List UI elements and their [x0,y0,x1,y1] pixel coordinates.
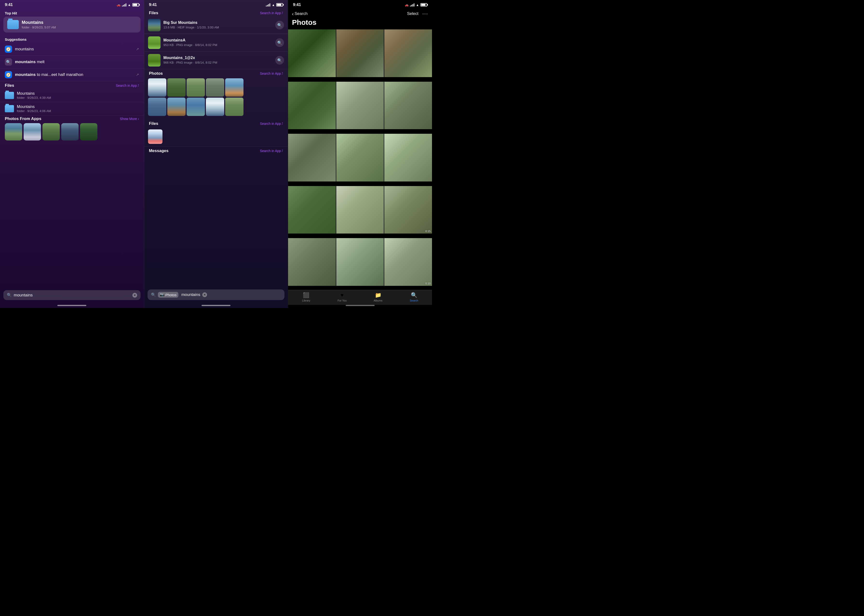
app-photo-4[interactable] [61,123,79,140]
suggestion-item-safari-2[interactable]: 🧭 mountains to mai...eet half marathon ↗ [0,68,144,81]
photo-cell-10[interactable] [288,186,336,234]
search-chip[interactable]: 📷 Photos [158,292,179,298]
tab-foryou-label: For You [337,299,347,302]
messages-section-header: Messages Search in App ⤴ [144,146,288,154]
file-result-files2[interactable] [144,127,288,146]
file-thumb-bigsur [148,19,161,31]
signal-icon-3 [410,3,414,6]
status-time-3: 9:41 [293,2,301,7]
photo-thumb-p2-3[interactable] [187,78,205,97]
photos-apps-row [0,122,144,143]
suggestion-item-search-1[interactable]: 🔍 mountains melt [0,56,144,68]
photo-cell-12[interactable]: 0:15 [384,186,432,234]
app-photo-5[interactable] [80,123,98,140]
back-chevron-icon: ‹ [292,11,294,17]
more-button[interactable]: ··· [422,11,428,17]
tab-library[interactable]: ⬛ Library [288,292,324,302]
library-icon: ⬛ [303,292,309,299]
app-photo-1[interactable] [5,123,22,140]
file-result-bigsur[interactable]: Big Sur Mountains 13.6 MB · HEIF Image ·… [144,16,288,34]
photo-cell-5[interactable] [336,82,384,129]
file-thumb-mountains1 [148,54,161,66]
search-bar-2[interactable]: 🔍 📷 Photos mountains ✕ [148,289,285,300]
photo-thumb-p2-8[interactable] [187,97,205,116]
status-icons-1: 🚗 ▲ [116,3,139,7]
photo-cell-11[interactable] [336,186,384,234]
spotlight-search-panel: 9:41 🚗 ▲ Top Hit Mountains folder · 9/26… [0,0,144,308]
photos-title: Photos [292,18,428,28]
app-photo-2[interactable] [24,123,41,140]
file-info-bigsur: Big Sur Mountains 13.6 MB · HEIF Image ·… [164,20,273,30]
tab-search[interactable]: 🔍 Search [396,292,432,302]
file-item-2[interactable]: Mountains folder · 9/26/23, 4:06 AM [0,102,144,115]
files-section-header: Files Search in App ⤴ [0,81,144,89]
photo-cell-8[interactable] [336,134,384,181]
file-info-2: Mountains folder · 9/26/23, 4:06 AM [17,105,51,113]
show-more-button[interactable]: Show More › [120,117,139,121]
top-hit-name: Mountains [22,20,56,25]
photo-cell-3[interactable] [384,30,432,77]
suggestion-item-safari-1[interactable]: 🧭 mountains ↗ [0,43,144,56]
file-result-mountainsa[interactable]: MountainsA 953 KB · PNG image · 8/8/14, … [144,34,288,52]
wifi-icon-2: ▲ [272,3,275,7]
files-section-header-2: Files Search in App ⤴ [144,9,288,16]
photo-cell-13[interactable] [288,238,336,286]
photo-thumb-p2-5[interactable] [225,78,244,97]
home-indicator-3 [346,305,375,306]
messages-search-in-app[interactable]: Search in App ⤴ [260,149,283,153]
folder-icon-large [7,20,19,29]
photos-label: Photos [149,71,163,76]
photo-thumb-p2-6[interactable] [148,97,166,116]
photo-cell-6[interactable] [384,82,432,129]
photo-cell-2[interactable] [336,30,384,77]
files-search-in-app-2[interactable]: Search in App ⤴ [260,11,283,15]
photo-thumb-p2-10[interactable] [225,97,244,116]
photos-from-apps-header: Photos From Apps Show More › [0,115,144,122]
status-icons-3: 🚗 ▲ [405,3,427,7]
files-label-2: Files [149,11,158,16]
file-result-meta-mountains1: 966 KB · PNG image · 8/8/14, 8:02 PM [164,60,273,65]
search-text-2[interactable]: mountains [181,292,200,297]
search-input-1[interactable]: mountains [14,293,131,298]
suggestion-text-3: mountains to mai...eet half marathon [15,72,133,77]
search-bar-1[interactable]: 🔍 mountains ✕ [3,290,140,300]
search-button-mountains1[interactable]: 🔍 [275,56,284,64]
wifi-icon-1: ▲ [128,3,131,7]
app-photo-3[interactable] [42,123,60,140]
file-item-1[interactable]: Mountains folder · 9/26/23, 4:39 AM [0,89,144,102]
files2-search-in-app[interactable]: Search in App ⤴ [260,122,283,126]
photo-cell-1[interactable] [288,30,336,77]
top-hit-label: Top Hit [0,9,144,17]
arrow-icon-1: ↗ [136,47,139,51]
photo-cell-4[interactable] [288,82,336,129]
video-duration-1: 0:15 [425,230,431,233]
photo-thumb-p2-4[interactable] [206,78,224,97]
file-result-name-bigsur: Big Sur Mountains [164,20,273,25]
clear-button-1[interactable]: ✕ [132,293,137,298]
file-result-mountains1[interactable]: Mountains_1@2x 966 KB · PNG image · 8/8/… [144,52,288,69]
photo-cell-7[interactable] [288,134,336,181]
search-button-mountainsa[interactable]: 🔍 [275,38,284,47]
search-button-bigsur[interactable]: 🔍 [275,21,284,30]
file-info-mountainsa: MountainsA 953 KB · PNG image · 8/8/14, … [164,38,273,47]
status-time-1: 9:41 [5,2,13,7]
photo-thumb-p2-2[interactable] [167,78,186,97]
photo-thumb-p2-1[interactable] [148,78,166,97]
suggestion-text-1: mountains [15,47,133,52]
photo-cell-14[interactable] [336,238,384,286]
photo-cell-9[interactable] [384,134,432,181]
clear-button-2[interactable]: ✕ [202,292,207,297]
photo-thumb-p2-7[interactable] [167,97,186,116]
tab-albums[interactable]: 📁 Albums [360,292,396,302]
top-hit-info: Mountains folder · 9/26/23, 5:07 AM [22,20,56,29]
file-thumb-mountaina [148,36,161,49]
photo-thumb-p2-9[interactable] [206,97,224,116]
tab-for-you[interactable]: ♥ For You [324,292,360,302]
select-button[interactable]: Select [407,11,418,16]
top-hit-card[interactable]: Mountains folder · 9/26/23, 5:07 AM [3,17,140,33]
photo-cell-15[interactable]: 0:10 [384,238,432,286]
back-button[interactable]: ‹ Search [292,11,308,17]
files-search-in-app-1[interactable]: Search in App ⤴ [116,83,139,88]
top-hit-meta: folder · 9/26/23, 5:07 AM [22,25,56,29]
photos-search-in-app[interactable]: Search in App ⤴ [260,72,283,75]
